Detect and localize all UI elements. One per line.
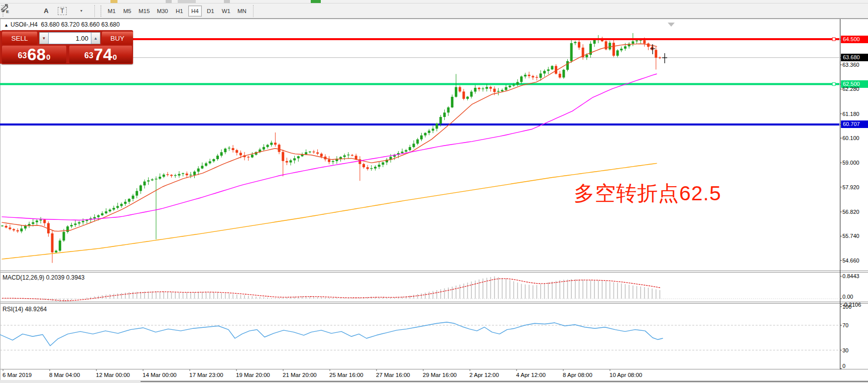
price-axis-label: 62.280 <box>842 85 867 92</box>
price-axis-label: 57.920 <box>842 184 867 191</box>
time-axis-label: 14 Mar 00:00 <box>143 372 177 378</box>
price-axis-label: 60.100 <box>842 135 867 142</box>
price-badge-60.707: 60.707 <box>841 120 868 128</box>
price-axis-label: 63.360 <box>842 61 867 68</box>
chart-annotation-text: 多空转折点62.5 <box>574 180 721 207</box>
price-axis-label: 56.820 <box>842 208 867 215</box>
rsi-axis-label: 70 <box>842 322 867 329</box>
time-axis-label: 2 Apr 12:00 <box>469 372 499 378</box>
time-axis-label: 12 Mar 00:00 <box>96 372 130 378</box>
time-axis-label: 19 Mar 20:00 <box>236 372 270 378</box>
macd-indicator-label: MACD(12,26,9) 0.2039 0.3943 <box>3 274 84 281</box>
one-click-trading-panel: SELL ▼ ▲ BUY 63 68 0 63 74 0 <box>1 30 133 64</box>
volume-increase-button[interactable]: ▲ <box>91 32 100 44</box>
time-axis-label: 6 Mar 2019 <box>3 372 32 378</box>
time-axis-label: 21 Mar 20:00 <box>283 372 317 378</box>
collapse-panel-arrow-icon[interactable]: ▲ <box>4 23 9 28</box>
bid-sup-digit: 0 <box>46 46 50 69</box>
time-axis-label: 17 Mar 23:00 <box>189 372 223 378</box>
volume-decrease-button[interactable]: ▼ <box>39 32 48 44</box>
scrollbar-thumb[interactable] <box>141 381 868 382</box>
ask-sup-digit: 0 <box>113 46 117 69</box>
price-axis-label: 55.740 <box>842 232 867 239</box>
time-axis-label: 4 Apr 12:00 <box>516 372 546 378</box>
price-axis-label: 59.000 <box>842 159 867 166</box>
price-badge-64.500: 64.500 <box>841 36 868 43</box>
price-badge-63.680: 63.680 <box>841 54 868 61</box>
bid-price-display[interactable]: 63 68 0 <box>2 46 66 63</box>
time-axis-label: 27 Mar 16:00 <box>376 372 410 378</box>
price-axis-label: 61.180 <box>842 110 867 117</box>
bid-main-digits: 68 <box>27 46 46 63</box>
time-axis-label: 29 Mar 16:00 <box>423 372 457 378</box>
volume-input[interactable] <box>48 32 91 44</box>
price-axis-label: 54.660 <box>842 257 867 264</box>
ask-price-display[interactable]: 63 74 0 <box>69 46 132 63</box>
ask-prefix: 63 <box>84 48 93 63</box>
time-axis-label: 25 Mar 16:00 <box>329 372 363 378</box>
rsi-axis-label: 100 <box>842 303 867 310</box>
rsi-axis-label: 0 <box>842 362 867 369</box>
one-click-top-row: SELL ▼ ▲ BUY <box>1 31 133 45</box>
time-axis-label: 8 Apr 08:00 <box>563 372 592 378</box>
bid-prefix: 63 <box>18 48 27 63</box>
macd-axis-label: 0.00 <box>842 293 867 300</box>
time-axis-label: 10 Apr 08:00 <box>609 372 642 378</box>
chart-title: ▲USOil-,H4 63.680 63.720 63.660 63.680 <box>4 21 119 28</box>
ask-main-digits: 74 <box>94 46 112 63</box>
symbol-ohlc-text: USOil-,H4 63.680 63.720 63.660 63.680 <box>11 21 120 28</box>
horizontal-scrollbar[interactable] <box>0 380 868 383</box>
time-axis-label: 8 Mar 04:00 <box>49 372 80 378</box>
sell-button[interactable]: SELL <box>2 32 37 45</box>
rsi-axis-label: 30 <box>842 347 867 354</box>
macd-axis-label: 0.8443 <box>842 273 867 280</box>
buy-button[interactable]: BUY <box>102 32 133 45</box>
rsi-indicator-label: RSI(14) 48.9264 <box>3 306 47 313</box>
